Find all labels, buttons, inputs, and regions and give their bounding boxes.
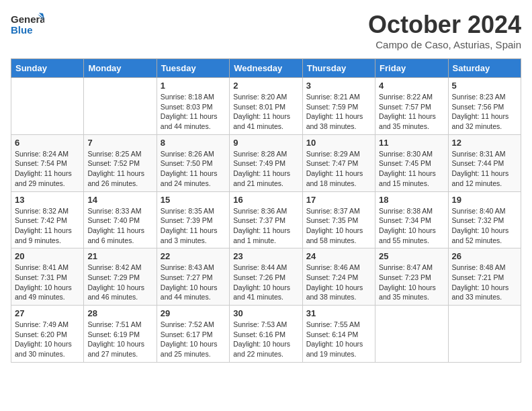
- calendar-cell: 24Sunrise: 8:46 AM Sunset: 7:24 PM Dayli…: [302, 248, 375, 306]
- day-info: Sunrise: 8:22 AM Sunset: 7:57 PM Dayligh…: [379, 92, 444, 132]
- calendar-cell: [11, 78, 84, 135]
- day-info: Sunrise: 8:43 AM Sunset: 7:27 PM Dayligh…: [161, 263, 226, 302]
- day-number: 4: [379, 81, 444, 91]
- day-info: Sunrise: 8:41 AM Sunset: 7:31 PM Dayligh…: [15, 263, 80, 302]
- calendar-cell: [375, 306, 448, 363]
- calendar-cell: 1Sunrise: 8:18 AM Sunset: 8:03 PM Daylig…: [157, 78, 229, 135]
- day-number: 15: [161, 195, 226, 205]
- day-info: Sunrise: 8:44 AM Sunset: 7:26 PM Dayligh…: [233, 263, 298, 302]
- month-year-title: October 2024: [368, 11, 521, 39]
- day-number: 5: [452, 81, 517, 91]
- logo-icon: General Blue: [11, 11, 44, 40]
- day-info: Sunrise: 8:37 AM Sunset: 7:35 PM Dayligh…: [306, 206, 371, 246]
- calendar-week-row: 6Sunrise: 8:24 AM Sunset: 7:54 PM Daylig…: [11, 134, 521, 191]
- day-number: 19: [452, 195, 517, 205]
- day-info: Sunrise: 8:20 AM Sunset: 8:01 PM Dayligh…: [233, 92, 298, 132]
- calendar-week-row: 20Sunrise: 8:41 AM Sunset: 7:31 PM Dayli…: [11, 248, 521, 306]
- calendar-cell: 14Sunrise: 8:33 AM Sunset: 7:40 PM Dayli…: [84, 191, 157, 248]
- weekday-header-friday: Friday: [375, 59, 448, 78]
- calendar-cell: [448, 306, 521, 363]
- calendar-cell: 7Sunrise: 8:25 AM Sunset: 7:52 PM Daylig…: [84, 134, 157, 191]
- calendar-table: SundayMondayTuesdayWednesdayThursdayFrid…: [11, 58, 521, 363]
- calendar-cell: 10Sunrise: 8:29 AM Sunset: 7:47 PM Dayli…: [302, 134, 375, 191]
- calendar-cell: 8Sunrise: 8:26 AM Sunset: 7:50 PM Daylig…: [157, 134, 229, 191]
- calendar-cell: 27Sunrise: 7:49 AM Sunset: 6:20 PM Dayli…: [11, 306, 84, 363]
- calendar-cell: 30Sunrise: 7:53 AM Sunset: 6:16 PM Dayli…: [230, 306, 302, 363]
- day-info: Sunrise: 8:42 AM Sunset: 7:29 PM Dayligh…: [87, 263, 152, 302]
- weekday-header-row: SundayMondayTuesdayWednesdayThursdayFrid…: [11, 59, 521, 78]
- day-number: 13: [15, 195, 80, 205]
- day-info: Sunrise: 8:36 AM Sunset: 7:37 PM Dayligh…: [233, 206, 298, 246]
- day-number: 29: [161, 308, 226, 318]
- calendar-cell: 17Sunrise: 8:37 AM Sunset: 7:35 PM Dayli…: [302, 191, 375, 248]
- title-section: October 2024 Campo de Caso, Asturias, Sp…: [368, 11, 521, 50]
- calendar-cell: 21Sunrise: 8:42 AM Sunset: 7:29 PM Dayli…: [84, 248, 157, 306]
- day-info: Sunrise: 7:53 AM Sunset: 6:16 PM Dayligh…: [233, 320, 298, 359]
- day-info: Sunrise: 7:49 AM Sunset: 6:20 PM Dayligh…: [15, 320, 80, 359]
- day-number: 11: [379, 138, 444, 148]
- day-info: Sunrise: 8:47 AM Sunset: 7:23 PM Dayligh…: [379, 263, 444, 302]
- day-number: 16: [233, 195, 298, 205]
- day-number: 28: [87, 308, 152, 318]
- calendar-cell: 26Sunrise: 8:48 AM Sunset: 7:21 PM Dayli…: [448, 248, 521, 306]
- day-info: Sunrise: 8:35 AM Sunset: 7:39 PM Dayligh…: [161, 206, 226, 246]
- day-info: Sunrise: 8:40 AM Sunset: 7:32 PM Dayligh…: [452, 206, 517, 246]
- day-number: 6: [15, 138, 80, 148]
- day-info: Sunrise: 8:46 AM Sunset: 7:24 PM Dayligh…: [306, 263, 371, 302]
- day-info: Sunrise: 8:28 AM Sunset: 7:49 PM Dayligh…: [233, 149, 298, 189]
- day-info: Sunrise: 8:23 AM Sunset: 7:56 PM Dayligh…: [452, 92, 517, 132]
- weekday-header-sunday: Sunday: [11, 59, 84, 78]
- calendar-cell: 19Sunrise: 8:40 AM Sunset: 7:32 PM Dayli…: [448, 191, 521, 248]
- day-number: 26: [452, 251, 517, 261]
- weekday-header-wednesday: Wednesday: [230, 59, 302, 78]
- calendar-week-row: 1Sunrise: 8:18 AM Sunset: 8:03 PM Daylig…: [11, 78, 521, 135]
- day-number: 7: [87, 138, 152, 148]
- day-number: 18: [379, 195, 444, 205]
- day-info: Sunrise: 8:31 AM Sunset: 7:44 PM Dayligh…: [452, 149, 517, 189]
- calendar-cell: 13Sunrise: 8:32 AM Sunset: 7:42 PM Dayli…: [11, 191, 84, 248]
- location-subtitle: Campo de Caso, Asturias, Spain: [368, 39, 521, 50]
- weekday-header-tuesday: Tuesday: [157, 59, 229, 78]
- calendar-cell: 12Sunrise: 8:31 AM Sunset: 7:44 PM Dayli…: [448, 134, 521, 191]
- day-number: 14: [87, 195, 152, 205]
- calendar-cell: 28Sunrise: 7:51 AM Sunset: 6:19 PM Dayli…: [84, 306, 157, 363]
- calendar-cell: 15Sunrise: 8:35 AM Sunset: 7:39 PM Dayli…: [157, 191, 229, 248]
- day-number: 3: [306, 81, 371, 91]
- logo: General Blue: [11, 11, 44, 40]
- day-info: Sunrise: 8:30 AM Sunset: 7:45 PM Dayligh…: [379, 149, 444, 189]
- day-number: 23: [233, 251, 298, 261]
- day-info: Sunrise: 8:26 AM Sunset: 7:50 PM Dayligh…: [161, 149, 226, 189]
- day-number: 21: [87, 251, 152, 261]
- day-info: Sunrise: 7:52 AM Sunset: 6:17 PM Dayligh…: [161, 320, 226, 359]
- day-info: Sunrise: 8:33 AM Sunset: 7:40 PM Dayligh…: [87, 206, 152, 246]
- day-number: 10: [306, 138, 371, 148]
- calendar-week-row: 27Sunrise: 7:49 AM Sunset: 6:20 PM Dayli…: [11, 306, 521, 363]
- day-number: 30: [233, 308, 298, 318]
- day-info: Sunrise: 7:55 AM Sunset: 6:14 PM Dayligh…: [306, 320, 371, 359]
- calendar-cell: 23Sunrise: 8:44 AM Sunset: 7:26 PM Dayli…: [230, 248, 302, 306]
- calendar-cell: 16Sunrise: 8:36 AM Sunset: 7:37 PM Dayli…: [230, 191, 302, 248]
- weekday-header-saturday: Saturday: [448, 59, 521, 78]
- calendar-cell: 25Sunrise: 8:47 AM Sunset: 7:23 PM Dayli…: [375, 248, 448, 306]
- day-info: Sunrise: 8:32 AM Sunset: 7:42 PM Dayligh…: [15, 206, 80, 246]
- calendar-cell: 6Sunrise: 8:24 AM Sunset: 7:54 PM Daylig…: [11, 134, 84, 191]
- day-number: 8: [161, 138, 226, 148]
- day-number: 12: [452, 138, 517, 148]
- svg-text:Blue: Blue: [11, 24, 33, 36]
- calendar-cell: 18Sunrise: 8:38 AM Sunset: 7:34 PM Dayli…: [375, 191, 448, 248]
- day-number: 31: [306, 308, 371, 318]
- day-info: Sunrise: 8:21 AM Sunset: 7:59 PM Dayligh…: [306, 92, 371, 132]
- calendar-cell: [84, 78, 157, 135]
- weekday-header-thursday: Thursday: [302, 59, 375, 78]
- calendar-cell: 5Sunrise: 8:23 AM Sunset: 7:56 PM Daylig…: [448, 78, 521, 135]
- calendar-cell: 3Sunrise: 8:21 AM Sunset: 7:59 PM Daylig…: [302, 78, 375, 135]
- day-number: 22: [161, 251, 226, 261]
- day-number: 17: [306, 195, 371, 205]
- calendar-cell: 29Sunrise: 7:52 AM Sunset: 6:17 PM Dayli…: [157, 306, 229, 363]
- calendar-cell: 31Sunrise: 7:55 AM Sunset: 6:14 PM Dayli…: [302, 306, 375, 363]
- day-info: Sunrise: 8:48 AM Sunset: 7:21 PM Dayligh…: [452, 263, 517, 302]
- day-number: 2: [233, 81, 298, 91]
- day-info: Sunrise: 8:38 AM Sunset: 7:34 PM Dayligh…: [379, 206, 444, 246]
- day-info: Sunrise: 8:25 AM Sunset: 7:52 PM Dayligh…: [87, 149, 152, 189]
- calendar-cell: 11Sunrise: 8:30 AM Sunset: 7:45 PM Dayli…: [375, 134, 448, 191]
